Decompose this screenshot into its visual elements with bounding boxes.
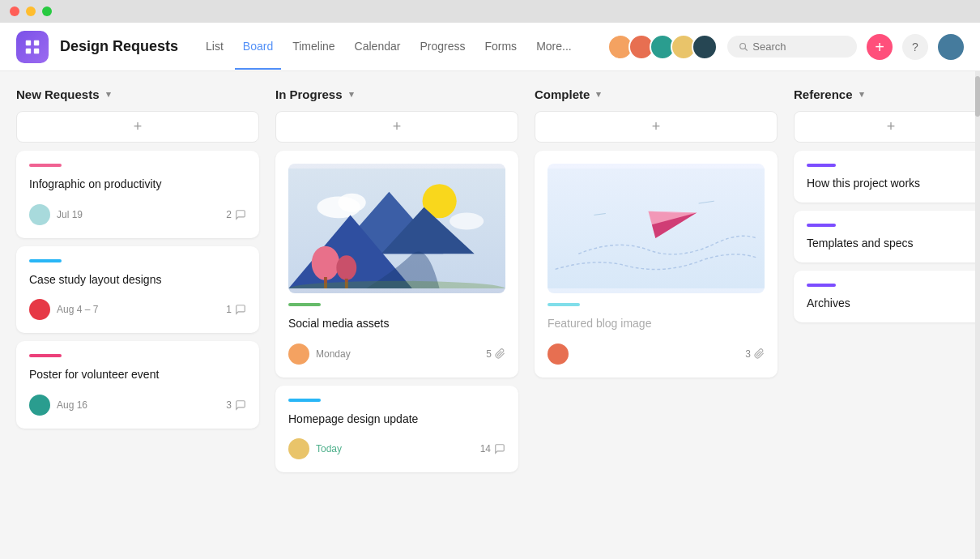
search-input[interactable] <box>752 41 846 53</box>
svg-rect-0 <box>26 40 31 45</box>
svg-line-5 <box>745 49 748 51</box>
card-image-plane <box>548 164 765 293</box>
card-infographic[interactable]: Infographic on productivity Jul 19 2 <box>16 151 259 238</box>
svg-point-4 <box>740 44 746 49</box>
card-comment-count: 2 <box>226 209 246 220</box>
card-meta-left: Monday <box>288 344 351 365</box>
add-card-button-complete[interactable]: + <box>535 111 778 143</box>
svg-point-14 <box>312 246 339 280</box>
card-social-media[interactable]: Social media assets Monday 5 <box>275 151 518 378</box>
card-case-study[interactable]: Case study layout designs Aug 4 – 7 1 <box>16 246 259 334</box>
card-avatar <box>29 395 50 416</box>
card-attachment-count: 5 <box>486 348 505 360</box>
card-meta-left: Today <box>288 438 342 459</box>
vertical-scrollbar[interactable] <box>975 71 980 559</box>
attachment-icon <box>495 348 505 359</box>
svg-rect-2 <box>26 48 31 53</box>
card-avatar <box>548 344 569 365</box>
collaborator-avatar-5 <box>692 34 718 60</box>
column-title-complete: Complete <box>535 87 590 101</box>
board-area: New Requests ▾ + Infographic on producti… <box>0 71 980 559</box>
svg-rect-1 <box>34 40 39 45</box>
tab-list[interactable]: List <box>198 23 232 70</box>
card-meta-left: Jul 19 <box>29 204 83 225</box>
ref-card-archives[interactable]: Archives <box>794 271 980 322</box>
mountains-illustration <box>288 169 505 288</box>
collaborators-avatar-group <box>607 34 718 60</box>
ref-card-how-project-works[interactable]: How this project works <box>794 151 980 203</box>
card-avatar <box>29 299 50 320</box>
grid-icon <box>23 38 41 56</box>
add-card-button-reference[interactable]: + <box>794 111 980 143</box>
card-featured-blog[interactable]: Featured blog image 3 <box>535 151 778 378</box>
card-image-mountains <box>288 164 505 293</box>
card-title: Social media assets <box>288 316 505 332</box>
card-avatar <box>29 204 50 225</box>
plane-illustration <box>548 169 765 288</box>
card-tag <box>288 399 321 402</box>
add-button[interactable]: + <box>867 34 893 60</box>
app-icon <box>16 31 49 63</box>
svg-point-16 <box>336 255 356 280</box>
card-meta: Aug 4 – 7 1 <box>29 299 246 320</box>
chevron-down-icon[interactable]: ▾ <box>596 89 601 100</box>
card-meta-left: Aug 16 <box>29 395 87 416</box>
card-tag <box>29 164 62 167</box>
tab-board[interactable]: Board <box>235 23 281 70</box>
ref-title: How this project works <box>807 177 975 190</box>
tab-forms[interactable]: Forms <box>476 23 525 70</box>
card-meta: Jul 19 2 <box>29 204 246 225</box>
card-poster[interactable]: Poster for volunteer event Aug 16 3 <box>16 341 259 429</box>
user-avatar[interactable] <box>938 34 964 60</box>
column-header-new-requests: New Requests ▾ <box>16 87 259 101</box>
ref-title: Templates and specs <box>807 237 975 250</box>
column-title-new-requests: New Requests <box>16 87 100 101</box>
chevron-down-icon[interactable]: ▾ <box>859 89 864 100</box>
add-card-button-new-requests[interactable]: + <box>16 111 259 143</box>
chevron-down-icon[interactable]: ▾ <box>349 89 354 100</box>
card-title: Case study layout designs <box>29 272 246 288</box>
maximize-dot[interactable] <box>42 6 52 16</box>
card-meta: Monday 5 <box>288 344 505 365</box>
add-card-button-in-progress[interactable]: + <box>275 111 518 143</box>
card-avatar <box>288 344 309 365</box>
tab-more[interactable]: More... <box>528 23 580 70</box>
topbar: Design Requests List Board Timeline Cale… <box>0 23 980 71</box>
column-title-in-progress: In Progress <box>275 87 343 101</box>
close-dot[interactable] <box>10 6 19 16</box>
card-title: Featured blog image <box>548 316 765 332</box>
column-complete: Complete ▾ + <box>535 87 778 543</box>
card-tag <box>29 354 62 357</box>
card-meta-left <box>548 344 569 365</box>
ref-tag <box>807 224 836 227</box>
help-button[interactable]: ? <box>902 34 928 60</box>
svg-rect-3 <box>34 48 39 53</box>
minimize-dot[interactable] <box>26 6 36 16</box>
chevron-down-icon[interactable]: ▾ <box>106 89 111 100</box>
card-homepage[interactable]: Homepage design update Today 14 <box>275 386 518 473</box>
column-new-requests: New Requests ▾ + Infographic on producti… <box>16 87 259 543</box>
svg-point-10 <box>450 212 484 229</box>
tab-timeline[interactable]: Timeline <box>284 23 343 70</box>
card-meta: Today 14 <box>288 438 505 459</box>
card-tag <box>29 259 62 262</box>
column-header-in-progress: In Progress ▾ <box>275 87 518 101</box>
topbar-right: + ? <box>607 34 964 60</box>
scrollbar-thumb[interactable] <box>975 76 980 117</box>
card-date: Today <box>316 443 342 454</box>
column-header-complete: Complete ▾ <box>535 87 778 101</box>
search-bar[interactable] <box>727 36 857 58</box>
window-chrome <box>0 0 980 23</box>
tab-progress[interactable]: Progress <box>411 23 473 70</box>
tab-calendar[interactable]: Calendar <box>347 23 409 70</box>
card-comment-count: 14 <box>480 443 505 454</box>
ref-card-templates[interactable]: Templates and specs <box>794 211 980 262</box>
comment-icon <box>235 304 246 315</box>
column-in-progress: In Progress ▾ + <box>275 87 518 543</box>
card-meta-left: Aug 4 – 7 <box>29 299 98 320</box>
card-title: Infographic on productivity <box>29 177 246 193</box>
column-title-reference: Reference <box>794 87 853 101</box>
comment-icon <box>494 443 505 454</box>
card-title: Homepage design update <box>288 412 505 428</box>
nav-tabs: List Board Timeline Calendar Progress Fo… <box>198 23 580 70</box>
